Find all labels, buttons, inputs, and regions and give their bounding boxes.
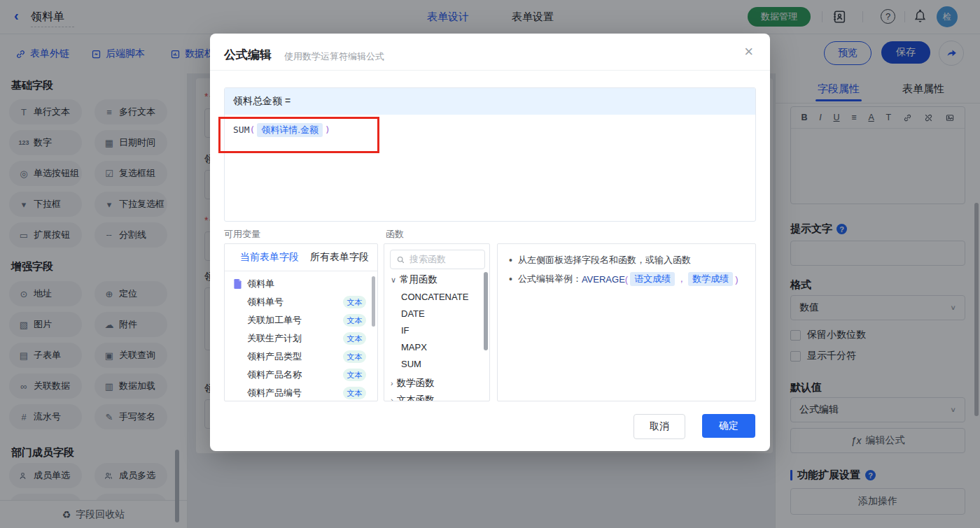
formula-editor-dialog: 公式编辑 使用数学运算符编辑公式 × 领料总金额 = SUM(领料详情.金额) … bbox=[210, 34, 770, 451]
variables-scrollbar[interactable] bbox=[372, 276, 375, 327]
group-common-functions[interactable]: ∨ 常用函数 bbox=[391, 273, 438, 286]
function-date[interactable]: DATE bbox=[401, 308, 425, 319]
tab-all-form-fields[interactable]: 所有表单字段 bbox=[310, 251, 369, 264]
search-icon bbox=[396, 255, 405, 264]
type-badge: 文本 bbox=[343, 296, 366, 308]
group-label: 文本函数 bbox=[397, 394, 435, 401]
tab-current-form-fields[interactable]: 当前表单字段 bbox=[240, 251, 299, 264]
variable-row[interactable]: 领料产品类型文本 bbox=[225, 348, 377, 366]
example-field-chip: 数学成绩 bbox=[688, 272, 733, 286]
variables-tabs: 当前表单字段 所有表单字段 bbox=[225, 244, 377, 271]
cancel-button[interactable]: 取消 bbox=[634, 414, 685, 439]
function-if[interactable]: IF bbox=[401, 325, 410, 336]
functions-label: 函数 bbox=[386, 228, 404, 241]
group-label: 常用函数 bbox=[400, 273, 438, 286]
search-placeholder: 搜索函数 bbox=[410, 253, 446, 266]
confirm-button[interactable]: 确定 bbox=[702, 414, 755, 438]
example-function-name: AVERAGE bbox=[582, 274, 625, 285]
functions-panel: 搜索函数 ∨ 常用函数 CONCATENATE DATE IF MAPX SUM… bbox=[384, 243, 490, 401]
formula-input[interactable]: SUM(领料详情.金额) bbox=[225, 115, 755, 145]
variable-name: 关联生产计划 bbox=[247, 332, 302, 345]
group-math-functions[interactable]: › 数学函数 bbox=[391, 377, 435, 390]
variables-panel: 当前表单字段 所有表单字段 领料单 领料单号文本 关联加工单号文本 关联生产计划… bbox=[224, 243, 378, 401]
function-concatenate[interactable]: CONCATENATE bbox=[401, 292, 468, 302]
tip-line: •从左侧面板选择字段名和函数，或输入函数 bbox=[509, 254, 691, 266]
divider bbox=[210, 70, 770, 71]
variable-name: 领料单号 bbox=[247, 296, 284, 308]
function-search-input[interactable]: 搜索函数 bbox=[390, 250, 485, 269]
group-label: 数学函数 bbox=[397, 377, 435, 390]
function-sum[interactable]: SUM bbox=[401, 359, 421, 369]
variable-row[interactable]: 领料产品编号文本 bbox=[225, 384, 377, 401]
chevron-right-icon: › bbox=[391, 379, 393, 387]
field-chip[interactable]: 领料详情.金额 bbox=[257, 123, 323, 137]
type-badge: 文本 bbox=[343, 314, 366, 327]
variable-row[interactable]: 关联生产计划文本 bbox=[225, 329, 377, 348]
tips-panel: •从左侧面板选择字段名和函数，或输入函数 • 公式编辑举例： AVERAGE (… bbox=[497, 243, 756, 401]
formula-editor-area: 领料总金额 = SUM(领料详情.金额) bbox=[224, 87, 756, 222]
close-paren: ) bbox=[325, 124, 330, 135]
formula-target: 领料总金额 = bbox=[225, 88, 755, 115]
function-mapx[interactable]: MAPX bbox=[401, 342, 427, 352]
chevron-right-icon: › bbox=[391, 396, 393, 401]
close-icon[interactable]: × bbox=[744, 44, 753, 59]
variable-row[interactable]: 领料单号文本 bbox=[225, 293, 377, 311]
variable-name: 领料产品名称 bbox=[247, 369, 302, 381]
form-doc-icon bbox=[233, 279, 242, 289]
example-field-chip: 语文成绩 bbox=[630, 272, 675, 286]
type-badge: 文本 bbox=[343, 350, 366, 363]
chevron-down-icon: ∨ bbox=[391, 276, 396, 285]
tree-root-form[interactable]: 领料单 bbox=[225, 275, 377, 293]
tip-example-line: • 公式编辑举例： AVERAGE ( 语文成绩 ， 数学成绩 ) bbox=[509, 272, 738, 286]
open-paren: ( bbox=[249, 124, 255, 135]
variable-row[interactable]: 关联加工单号文本 bbox=[225, 311, 377, 329]
variables-label: 可用变量 bbox=[224, 228, 260, 241]
variable-name: 领料产品类型 bbox=[247, 350, 302, 363]
tree-root-label: 领料单 bbox=[247, 278, 274, 290]
type-badge: 文本 bbox=[343, 387, 366, 399]
variable-name: 领料产品编号 bbox=[247, 387, 302, 399]
group-text-functions[interactable]: › 文本函数 bbox=[391, 394, 435, 401]
variable-name: 关联加工单号 bbox=[247, 314, 302, 327]
type-badge: 文本 bbox=[343, 332, 366, 345]
type-badge: 文本 bbox=[343, 369, 366, 381]
functions-scrollbar[interactable] bbox=[484, 272, 488, 350]
dialog-subtitle: 使用数学运算符编辑公式 bbox=[284, 50, 384, 63]
dialog-title: 公式编辑 bbox=[224, 47, 272, 63]
variable-row[interactable]: 领料产品名称文本 bbox=[225, 366, 377, 384]
function-name: SUM bbox=[233, 124, 249, 135]
